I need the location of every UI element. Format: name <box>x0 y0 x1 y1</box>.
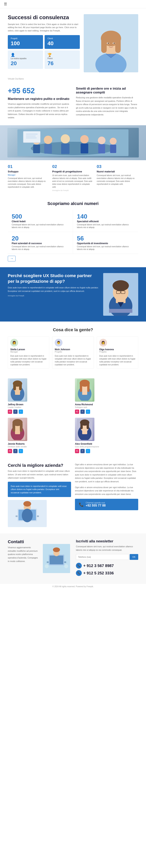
number-label-3: Opportunità di investimento <box>77 242 134 245</box>
team-member-0: Jeffrey Brown Leader creativo IG f t <box>8 378 71 414</box>
instagram-icon-2[interactable]: IG <box>8 449 12 453</box>
testimonials-grid: 👩 Stella Larson Manager Duis aute irure … <box>8 336 138 369</box>
step-text-2: Ut sint anim irure, quis nostrud exercit… <box>52 174 94 188</box>
instagram-icon-0[interactable]: IG <box>8 409 12 414</box>
team-name-0: Jeffrey Brown <box>8 403 23 406</box>
svg-rect-16 <box>44 144 52 154</box>
step-number-1: 01 <box>8 164 49 169</box>
number-desc-1: Consequat labore sint irure, qui nostrud… <box>77 223 134 229</box>
svg-point-21 <box>98 136 105 144</box>
clean-records-right: Smetti di perdere ore e inizia ad assegn… <box>76 87 138 120</box>
team-meeting-inner <box>7 128 139 157</box>
twitter-icon-2[interactable]: t <box>19 449 23 453</box>
twitter-icon-0[interactable]: t <box>19 409 23 414</box>
contacts-title: Contatti <box>8 539 39 544</box>
facebook-icon-3[interactable]: f <box>80 449 85 453</box>
menu-icon[interactable]: ☰ <box>4 2 7 6</box>
svg-rect-22 <box>98 144 105 153</box>
testimonials-title: Cosa dice la gente? <box>8 327 138 332</box>
newsletter: Iscriviti alla newsletter Consequat labo… <box>76 539 138 578</box>
testimonial-name-1: Nick Johnson <box>55 348 91 351</box>
svg-rect-5 <box>101 37 107 53</box>
twitter-icon-1[interactable]: t <box>86 409 90 414</box>
find-title: Cerchi la migliore azienda? <box>8 463 71 468</box>
numbers-grid: 500 Clienti fedeli Consequat labore sint… <box>8 210 138 254</box>
hero-section: Successi di consulenza Sample text. Clic… <box>0 8 146 77</box>
phone-circle-1: 📞 <box>76 570 82 576</box>
social-icons-3: IG f t <box>75 449 90 453</box>
team-meeting-image <box>0 125 146 160</box>
stat-number-awards: 76 <box>48 60 77 66</box>
number-big-3: 56 <box>77 235 134 242</box>
number-item-2: 20 Piani aziendali di successo Consequat… <box>8 232 73 254</box>
step-text-1: Consequat labore sint irure, qui nostrud… <box>8 177 49 188</box>
facebook-icon-1[interactable]: f <box>80 409 85 414</box>
number-big-0: 500 <box>12 213 69 220</box>
team-role-2: Direttore delle vendite <box>8 446 27 448</box>
contacts-left: Contatti Vivamus aggiornamento estradite… <box>8 539 39 563</box>
phone-input[interactable] <box>76 554 129 560</box>
phone-box-info: Chiamaci quando vuoi +92 555 77 88 <box>86 502 106 507</box>
header: ☰ <box>0 0 146 8</box>
step-title-2: Progetti di progettazione <box>52 170 94 173</box>
team-name-3: Alex Greenfield <box>75 442 92 445</box>
number-desc-2: Consequat labore sint irure, qui nostrud… <box>12 245 69 251</box>
social-icons-2: IG f t <box>8 449 23 453</box>
phone-box-number: +92 555 77 88 <box>86 504 106 507</box>
instagram-icon-3[interactable]: IG <box>75 449 79 453</box>
facebook-icon-2[interactable]: f <box>13 449 18 453</box>
team-grid: Jeffrey Brown Leader creativo IG f t <box>8 378 138 453</box>
number-big-2: 20 <box>12 235 69 242</box>
team-photo-1 <box>75 378 94 402</box>
contacts-left-wrapper: Contatti Vivamus aggiornamento estradite… <box>8 539 70 578</box>
svg-point-80 <box>64 564 68 568</box>
team-photo-3 <box>75 418 94 441</box>
find-left-text: Duis aute irure dolor in reprehenderit i… <box>8 469 71 480</box>
contacts-text: Vivamus aggiornamento estradite modifich… <box>8 546 39 563</box>
svg-point-10 <box>114 43 115 44</box>
phone-line-0: 📞 + 912 3 567 8987 <box>76 563 138 568</box>
svg-point-33 <box>113 280 129 291</box>
svg-rect-65 <box>87 423 89 429</box>
svg-point-72 <box>22 509 33 522</box>
find-blue-text: Duis aute irure dolor in reprehenderit i… <box>11 485 67 494</box>
cta-blue-section: Perché scegliere UX Studio come partner … <box>0 267 146 321</box>
virtual-cta-label: Virtuale Cta Alamo <box>0 77 146 81</box>
twitter-icon-3[interactable]: t <box>86 449 90 453</box>
instagram-icon-1[interactable]: IG <box>75 409 79 414</box>
stat-label-awards: Premi <box>48 57 77 60</box>
facebook-icon-0[interactable]: f <box>13 409 18 414</box>
svg-rect-14 <box>33 145 40 153</box>
newsletter-submit[interactable]: OK <box>130 554 138 560</box>
team-name-2: Jennie Roberts <box>8 442 25 445</box>
meeting-illustration <box>14 129 132 156</box>
svg-point-78 <box>53 548 60 552</box>
svg-point-79 <box>45 564 49 568</box>
team-photo-2 <box>8 418 27 441</box>
svg-rect-37 <box>109 309 132 313</box>
svg-point-17 <box>61 134 70 144</box>
svg-point-71 <box>23 501 31 506</box>
find-left: Cerchi la migliore azienda? Duis aute ir… <box>8 463 71 528</box>
stats-grid: Progetti 100 Clienti 40 👤 La nostra squa… <box>8 35 80 69</box>
number-label-0: Clienti fedeli <box>12 220 69 223</box>
arrow-button[interactable]: → <box>8 256 16 261</box>
hero-left: Successi di consulenza Sample text. Clic… <box>8 14 84 73</box>
team-role-0: Leader creativo <box>8 406 21 408</box>
team-member-3: Alex Greenfield Guru della programmazion… <box>75 418 138 453</box>
social-icons-1: IG f t <box>75 409 90 414</box>
team-member-2: Jennie Roberts Direttore delle vendite I… <box>8 418 71 453</box>
footer: © 2024 All rights reserved. Powered by F… <box>0 583 146 590</box>
number-item-3: 56 Opportunità di investimento Consequat… <box>73 232 138 254</box>
newsletter-text: Consequat labore sint irure, qui nostrud… <box>76 545 138 552</box>
phone-box: 📞 Chiamaci quando vuoi +92 555 77 88 <box>75 499 138 510</box>
svg-rect-57 <box>13 423 15 432</box>
svg-rect-25 <box>23 131 41 143</box>
hero-image <box>84 14 138 73</box>
cta-credit: Immagine da Freepik <box>8 295 99 297</box>
stat-card-clients: Clienti 40 <box>45 35 80 49</box>
number-desc-3: Consequat labore sint irure, qui nostrud… <box>77 245 134 251</box>
newsletter-title: Iscriviti alla newsletter <box>76 539 138 544</box>
svg-rect-58 <box>20 423 23 432</box>
testimonials-section: Cosa dice la gente? 👩 Stella Larson Mana… <box>0 321 146 374</box>
